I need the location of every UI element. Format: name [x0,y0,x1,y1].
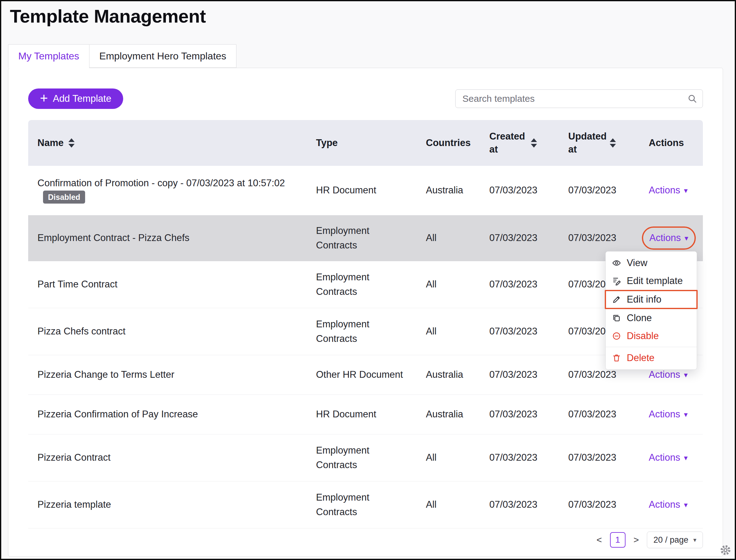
tab-employment-hero-templates[interactable]: Employment Hero Templates [89,44,236,68]
template-type: Employment Contracts [316,490,406,519]
template-created-at: 07/03/2023 [489,277,568,292]
template-countries: All [426,450,489,465]
table-row: Part Time Contract Employment Contracts … [28,261,703,308]
template-type: HR Document [316,407,406,422]
caret-down-icon: ▾ [684,411,688,418]
sort-icon [68,138,75,148]
template-name: Confirmation of Promotion - copy - 07/03… [37,178,285,188]
actions-label: Actions [649,407,680,422]
annotation-ellipse: Actions ▾ [642,226,696,250]
column-header-name[interactable]: Name [28,137,316,149]
caret-down-icon: ▾ [684,371,688,379]
page: Template Management My Templates Employm… [0,0,736,560]
table-row: Employment Contract - Pizza Chefs Employ… [28,215,703,261]
templates-table: Name Type Countries Created at Updated a… [28,120,703,528]
column-label: Name [37,137,63,149]
template-name-cell: Pizzeria Change to Terms Letter [28,368,307,382]
sort-icon [531,138,537,148]
actions-button[interactable]: Actions ▾ [649,498,688,512]
template-name: Pizzeria template [37,499,111,510]
template-countries: Australia [426,407,489,422]
actions-label: Actions [649,183,680,198]
trash-icon [612,353,621,363]
actions-cell: Actions ▾ [649,183,703,198]
template-name: Pizzeria Contract [37,452,110,463]
template-type: Employment Contracts [316,317,406,346]
template-name-cell: Pizza Chefs contract [28,324,307,339]
template-type: Other HR Document [316,368,406,382]
column-header-countries: Countries [426,137,489,149]
toolbar: + Add Template [28,88,703,109]
actions-button[interactable]: Actions ▾ [649,450,688,465]
column-header-updated-at[interactable]: Updated at [568,130,649,156]
actions-button[interactable]: Actions ▾ [649,231,688,245]
template-created-at: 07/03/2023 [489,183,568,198]
table-row: Pizzeria Contract Employment Contracts A… [28,434,703,481]
caret-down-icon: ▾ [684,187,688,194]
template-name: Pizzeria Change to Terms Letter [37,369,174,380]
template-countries: All [426,231,489,245]
template-countries: Australia [426,183,489,198]
menu-item-delete[interactable]: Delete [606,349,697,367]
template-created-at: 07/03/2023 [489,498,568,512]
disable-icon [612,331,621,341]
column-header-created-at[interactable]: Created at [489,130,568,156]
menu-item-clone[interactable]: Clone [606,309,697,327]
template-created-at: 07/03/2023 [489,231,568,245]
template-created-at: 07/03/2023 [489,407,568,422]
column-label: Actions [649,137,684,149]
sort-icon [610,138,616,148]
menu-item-edit-info[interactable]: Edit info [605,290,698,309]
actions-label: Actions [649,498,680,512]
column-label: Updated at [568,130,605,156]
caret-down-icon: ▾ [684,454,688,462]
pencil-icon [612,295,621,304]
template-type: Employment Contracts [316,270,406,299]
page-number-button[interactable]: 1 [610,532,626,548]
table-row: Confirmation of Promotion - copy - 07/03… [28,166,703,215]
template-countries: All [426,498,489,512]
search-icon[interactable] [687,94,697,104]
template-created-at: 07/03/2023 [489,368,568,382]
template-updated-at: 07/03/2023 [568,407,649,422]
actions-dropdown-menu: View Edit template Edit info Clone Disab… [605,251,697,370]
menu-item-label: Clone [627,312,652,324]
template-name-cell: Pizzeria template [28,498,307,512]
template-name: Employment Contract - Pizza Chefs [37,232,189,243]
tab-my-templates[interactable]: My Templates [8,44,89,68]
page-size-select[interactable]: 20 / page ▾ [647,532,703,548]
caret-down-icon: ▾ [693,537,696,543]
menu-item-edit-template[interactable]: Edit template [606,272,697,290]
template-created-at: 07/03/2023 [489,324,568,339]
template-name-cell: Confirmation of Promotion - copy - 07/03… [28,176,307,205]
menu-item-disable[interactable]: Disable [606,327,697,345]
table-row: Pizza Chefs contract Employment Contract… [28,308,703,355]
template-name: Part Time Contract [37,279,117,290]
menu-divider [606,347,697,347]
template-type: Employment Contracts [316,443,406,472]
tab-bar: My Templates Employment Hero Templates [8,44,735,68]
add-template-button[interactable]: + Add Template [28,88,123,109]
actions-button[interactable]: Actions ▾ [649,368,688,382]
search-input[interactable] [455,89,703,108]
actions-label: Actions [649,368,680,382]
template-countries: All [426,324,489,339]
menu-item-label: Edit info [627,294,661,305]
next-page-button[interactable]: > [634,535,639,545]
template-updated-at: 07/03/2023 [568,498,649,512]
actions-button[interactable]: Actions ▾ [649,183,688,198]
template-updated-at: 07/03/2023 [568,450,649,465]
menu-item-view[interactable]: View [606,254,697,272]
template-name-cell: Employment Contract - Pizza Chefs [28,231,307,245]
template-countries: Australia [426,368,489,382]
actions-button[interactable]: Actions ▾ [649,407,688,422]
menu-item-label: Edit template [627,275,683,286]
template-name-cell: Part Time Contract [28,277,307,292]
gear-icon[interactable] [720,545,731,556]
table-row: Pizzeria Confirmation of Pay Increase HR… [28,395,703,434]
actions-cell: Actions ▾ [649,450,703,465]
add-template-label: Add Template [53,93,111,104]
caret-down-icon: ▾ [685,235,688,242]
prev-page-button[interactable]: < [596,535,602,545]
column-label: Type [316,137,338,149]
